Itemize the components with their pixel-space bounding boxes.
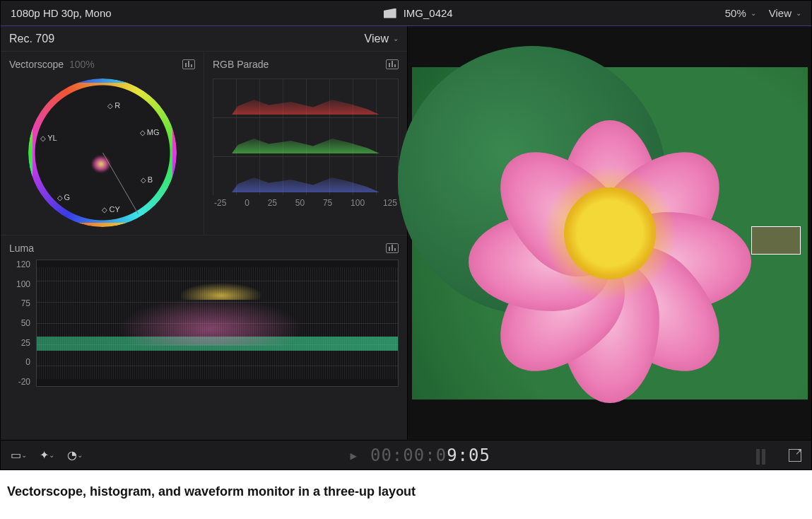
scopes-header: Rec. 709 View ⌄ xyxy=(1,26,407,52)
color-space-label: Rec. 709 xyxy=(9,33,54,45)
region-of-interest-overlay[interactable] xyxy=(751,226,801,255)
rgb-parade-display: -25 0 25 50 75 100 125 xyxy=(213,78,399,208)
preview-frame xyxy=(412,67,808,400)
vectorscope-display: R MG B CY G YL xyxy=(28,78,177,227)
chevron-down-icon: ⌄ xyxy=(751,9,756,17)
luma-tick: 100 xyxy=(9,279,30,289)
timecode-display[interactable]: ▸ 00:00:09:05 xyxy=(95,445,743,465)
clip-format-label: 1080p HD 30p, Mono xyxy=(11,7,112,19)
fullscreen-button[interactable] xyxy=(789,449,801,462)
vectorscope-target: MG xyxy=(140,128,160,136)
parade-tick: 75 xyxy=(323,198,332,208)
luma-tick: 0 xyxy=(9,357,30,367)
vectorscope-target: YL xyxy=(40,134,57,142)
parade-tick: 125 xyxy=(383,198,397,208)
luma-tick: 75 xyxy=(9,298,30,308)
scopes-view-dropdown[interactable]: View ⌄ xyxy=(365,33,399,45)
vectorscope-title: Vectorscope xyxy=(9,59,64,70)
audio-meter[interactable] xyxy=(756,446,776,465)
luma-tick: -20 xyxy=(9,377,30,387)
figure-caption: Vectorscope, histogram, and waveform mon… xyxy=(0,470,812,513)
rgb-parade-panel: RGB Parade -25 0 25 50 75 100 xyxy=(204,52,407,235)
luma-waveform-panel: Luma 120 100 75 50 25 0 -20 xyxy=(1,235,407,440)
clip-name: IMG_0424 xyxy=(404,7,453,19)
retime-button[interactable]: ◔⌄ xyxy=(67,449,83,462)
parade-tick: 100 xyxy=(351,198,365,208)
main-area: Rec. 709 View ⌄ Vectorscope 100% xyxy=(1,26,811,440)
video-scopes-panel: Rec. 709 View ⌄ Vectorscope 100% xyxy=(1,26,408,440)
luma-tick: 50 xyxy=(9,318,30,328)
luma-tick: 120 xyxy=(9,260,30,269)
vectorscope-target: G xyxy=(57,193,71,202)
vectorscope-percent: 100% xyxy=(69,59,95,70)
vectorscope-panel: Vectorscope 100% R MG B CY G YL xyxy=(1,52,204,235)
luma-tick: 25 xyxy=(9,338,30,348)
view-dropdown[interactable]: View ⌄ xyxy=(769,7,801,19)
viewer-topbar: 1080p HD 30p, Mono IMG_0424 50% ⌄ View ⌄ xyxy=(1,1,811,26)
parade-tick: 50 xyxy=(295,198,305,208)
scope-settings-icon[interactable] xyxy=(386,243,399,253)
chevron-down-icon: ⌄ xyxy=(393,35,399,42)
video-editor-window: 1080p HD 30p, Mono IMG_0424 50% ⌄ View ⌄… xyxy=(0,0,812,470)
parade-tick: -25 xyxy=(214,198,226,208)
clapperboard-icon xyxy=(384,8,396,18)
chevron-down-icon: ⌄ xyxy=(796,9,801,17)
vectorscope-target: CY xyxy=(102,205,119,214)
luma-waveform-display: 120 100 75 50 25 0 -20 xyxy=(9,260,399,387)
scope-settings-icon[interactable] xyxy=(182,59,195,69)
vectorscope-target: B xyxy=(141,175,153,184)
transport-bar: ▭⌄ ✦⌄ ◔⌄ ▸ 00:00:09:05 xyxy=(1,440,811,470)
parade-tick: 25 xyxy=(268,198,277,208)
enhancements-button[interactable]: ✦⌄ xyxy=(39,449,54,462)
video-preview[interactable] xyxy=(408,26,811,440)
parade-tick: 0 xyxy=(245,198,249,208)
scope-settings-icon[interactable] xyxy=(386,59,399,69)
zoom-value: 50% xyxy=(725,7,746,19)
zoom-dropdown[interactable]: 50% ⌄ xyxy=(725,7,756,19)
rgb-parade-title: RGB Parade xyxy=(213,59,269,70)
luma-title: Luma xyxy=(9,243,34,254)
vectorscope-target: R xyxy=(107,101,120,110)
clip-appearance-button[interactable]: ▭⌄ xyxy=(11,449,26,462)
